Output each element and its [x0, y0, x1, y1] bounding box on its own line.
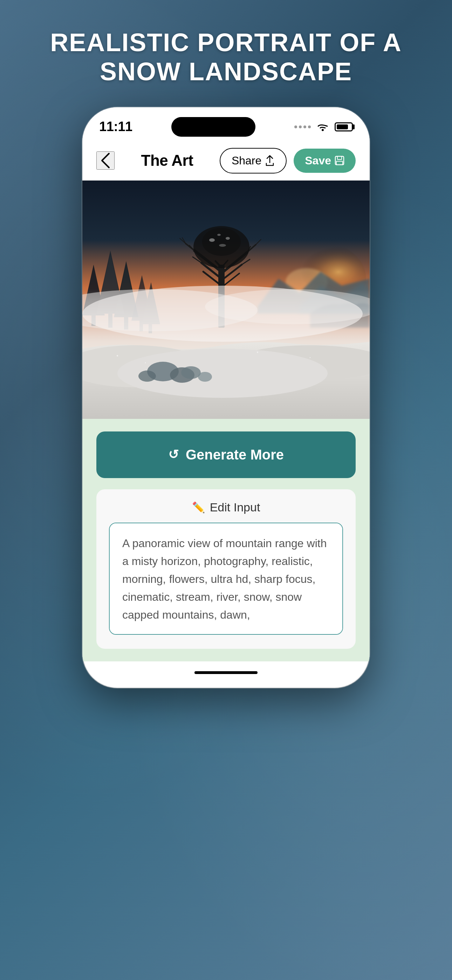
- svg-point-54: [198, 372, 212, 382]
- svg-point-41: [226, 237, 230, 240]
- save-button[interactable]: Save: [294, 149, 356, 173]
- status-bar: 11:11: [82, 107, 370, 142]
- svg-point-57: [145, 362, 146, 363]
- share-button-label: Share: [232, 154, 261, 167]
- art-image: [82, 180, 370, 419]
- edit-input-label: Edit Input: [210, 501, 260, 514]
- home-indicator: [194, 671, 258, 674]
- prompt-input[interactable]: [109, 523, 343, 635]
- svg-point-56: [117, 355, 118, 356]
- refresh-icon: ↺: [168, 447, 179, 462]
- pencil-icon: ✏️: [192, 501, 205, 514]
- share-button[interactable]: Share: [220, 148, 286, 173]
- svg-point-0: [321, 129, 324, 131]
- battery-icon: [334, 123, 353, 131]
- save-icon: [334, 156, 344, 165]
- share-icon: [265, 155, 275, 166]
- svg-point-59: [310, 357, 311, 358]
- svg-point-43: [219, 244, 226, 247]
- save-button-label: Save: [305, 154, 331, 167]
- wifi-icon: [317, 122, 329, 132]
- phone-frame: 11:11 The Art: [82, 107, 370, 688]
- back-button[interactable]: [96, 151, 115, 170]
- svg-rect-2: [337, 156, 342, 159]
- svg-point-55: [138, 371, 156, 382]
- svg-point-47: [82, 286, 363, 342]
- signal-icon: [294, 126, 311, 128]
- status-icons: [294, 122, 353, 132]
- generate-more-label: Generate More: [186, 447, 284, 463]
- nav-actions: Share Save: [220, 148, 356, 173]
- edit-input-section: ✏️ Edit Input: [96, 489, 356, 649]
- nav-title: The Art: [141, 152, 193, 169]
- page-title: REALISTIC PORTRAIT OF A SNOW LANDSCAPE: [0, 28, 452, 86]
- content-area: ↺ Generate More ✏️ Edit Input: [82, 419, 370, 662]
- svg-point-39: [202, 228, 241, 256]
- svg-point-53: [181, 366, 201, 379]
- edit-header: ✏️ Edit Input: [109, 501, 343, 514]
- nav-bar: The Art Share Save: [82, 142, 370, 180]
- svg-point-42: [217, 234, 221, 236]
- dynamic-island: [171, 117, 255, 137]
- back-chevron-icon: [100, 152, 110, 169]
- svg-point-40: [209, 238, 215, 242]
- generate-more-button[interactable]: ↺ Generate More: [96, 431, 356, 478]
- status-time: 11:11: [99, 119, 132, 134]
- svg-point-58: [257, 352, 258, 353]
- landscape-svg: [82, 180, 370, 419]
- svg-rect-3: [336, 161, 343, 165]
